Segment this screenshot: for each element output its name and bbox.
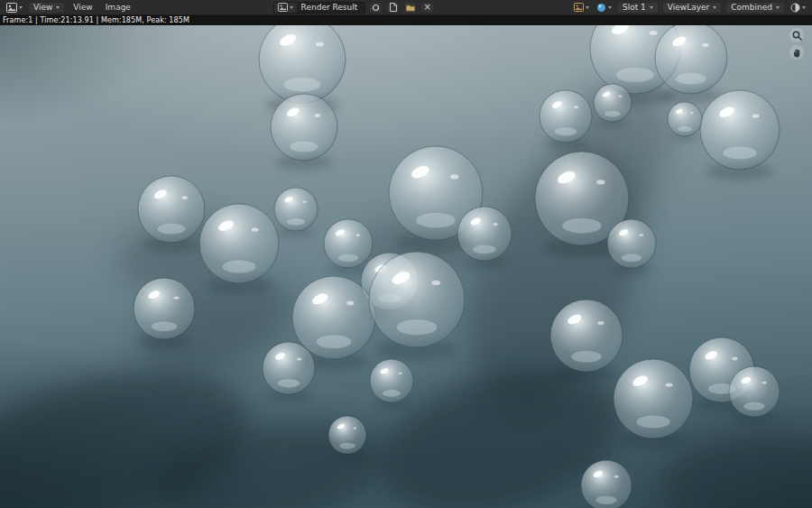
chevron-down-icon <box>608 6 612 9</box>
hand-icon <box>792 48 802 58</box>
blender-image-editor: View View Image Render Result <box>0 0 812 508</box>
render-stats-text: Frame:1 | Time:21:13.91 | Mem:185M, Peak… <box>3 16 189 24</box>
pan-tool-button[interactable] <box>789 45 804 60</box>
header-left: View View Image <box>5 0 135 14</box>
new-page-icon <box>390 3 397 12</box>
chevron-down-icon <box>586 6 589 9</box>
chevron-down-icon <box>776 6 780 9</box>
view-layer-dropdown-value: ViewLayer <box>668 2 709 14</box>
render-pass-dropdown-value: Combined <box>731 2 772 14</box>
zoom-tool-button[interactable] <box>789 28 804 42</box>
refresh-icon <box>372 4 380 12</box>
refresh-button[interactable] <box>369 2 383 14</box>
menu-view[interactable]: View <box>69 0 97 15</box>
folder-icon <box>406 4 415 12</box>
unlink-icon: × <box>424 3 431 12</box>
unlink-image-button[interactable]: × <box>420 2 434 14</box>
slot-dropdown[interactable]: Slot 1 <box>617 2 659 14</box>
display-channels-dropdown[interactable] <box>789 2 807 14</box>
chevron-down-icon <box>19 6 23 9</box>
image-icon <box>574 3 584 12</box>
viewport-tools <box>789 28 804 60</box>
chevron-down-icon <box>290 6 293 9</box>
image-editor-icon <box>6 3 17 13</box>
chevron-down-icon <box>56 6 60 9</box>
header-center: Render Result × <box>273 0 435 14</box>
mode-dropdown[interactable]: View <box>28 2 65 14</box>
render-image <box>0 25 812 508</box>
chevron-down-icon <box>713 6 716 9</box>
chevron-down-icon <box>802 6 806 9</box>
render-result-dropdown[interactable] <box>572 2 591 14</box>
open-image-button[interactable] <box>403 2 417 14</box>
magnifier-icon <box>792 31 802 41</box>
display-mode-dropdown[interactable] <box>595 2 614 14</box>
render-status-bar: Frame:1 | Time:21:13.91 | Mem:185M, Peak… <box>0 15 812 25</box>
image-datablock-selector: Render Result <box>273 2 366 14</box>
new-image-button[interactable] <box>386 2 400 14</box>
shading-sphere-icon <box>596 3 606 13</box>
slot-dropdown-value: Slot 1 <box>623 2 646 14</box>
display-channels-icon <box>790 3 800 13</box>
menu-image[interactable]: Image <box>101 0 135 15</box>
mode-dropdown-value: View <box>33 2 52 14</box>
render-pass-dropdown[interactable]: Combined <box>725 2 785 14</box>
render-viewport[interactable] <box>0 25 812 508</box>
image-editor-header: View View Image Render Result <box>0 0 812 15</box>
header-right: Slot 1 ViewLayer Combined <box>572 0 807 14</box>
chevron-down-icon <box>650 6 653 9</box>
editor-type-dropdown[interactable] <box>5 2 24 14</box>
image-icon <box>278 3 288 12</box>
view-layer-dropdown[interactable]: ViewLayer <box>662 2 722 14</box>
browse-image-dropdown[interactable] <box>274 3 297 13</box>
image-name-field[interactable]: Render Result <box>297 3 365 12</box>
